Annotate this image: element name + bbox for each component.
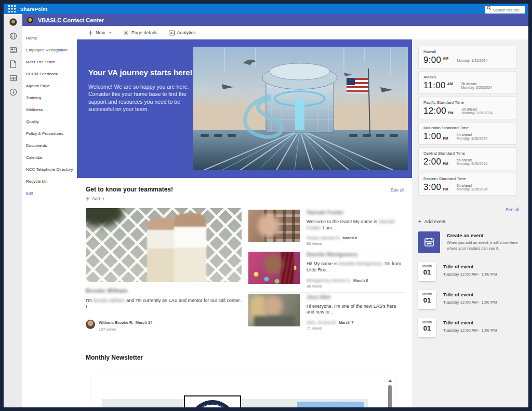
clock-meridiem: PM [448,111,454,115]
news-item-byline: Aller, Jessica M. March 7 [307,320,404,325]
events-see-all-link[interactable]: See all [419,207,519,212]
clock-date: Monday, 3/25/2024 [457,162,487,166]
page-canvas: Your VA journey starts here! Welcome! We… [77,39,412,407]
nav-item-rccm-feedback[interactable]: RCCM Feedback [26,68,77,80]
clock-time: 9:00 [423,55,441,65]
page-details-label: Page details [131,30,157,35]
news-item[interactable]: Hannah Fowler Welcome to the team! My na… [248,208,404,250]
event-month: Month [418,292,436,296]
clock-card: Hawaii 9:00AM Monday, 3/25/2024 [418,46,517,68]
doc-sky-photo [297,402,364,407]
command-bar: New ▼ Page details Analytics [77,26,528,39]
event-item[interactable]: Month 01 Title of event Tuesday 12:00 AM… [418,318,520,337]
teammates-see-all-link[interactable]: See all [391,187,404,193]
featured-news-card[interactable]: Brooke Witham I'm Brooke Witham and I'm … [86,208,242,334]
news-item-title[interactable]: Jess Aller [307,294,404,300]
left-nav: Home Employee Recognition Meet The Team … [22,26,77,407]
nav-item-documents[interactable]: Documents [26,140,77,152]
clock-meridiem: PM [443,187,448,191]
nav-item-wellness[interactable]: Wellness [26,104,77,116]
new-button[interactable]: New ▼ [88,30,112,35]
nav-edit-link[interactable]: Edit [26,187,77,199]
nav-item-meet-the-team[interactable]: Meet The Team [26,56,77,68]
event-title[interactable]: Title of event [443,320,497,325]
event-time: Tuesday 12:00 AM - 1:00 PM [443,272,497,277]
event-time: Tuesday 12:00 AM - 1:00 PM [443,300,497,305]
event-title[interactable]: Title of event [443,264,497,269]
news-item-snippet: Hi! My name is Davette Montgomery. I'm f… [307,261,404,273]
site-seal-logo[interactable] [26,17,34,24]
plus-icon [88,31,93,35]
app-rail [4,14,22,407]
event-title[interactable]: Title of event [443,292,497,297]
event-day: 01 [418,268,436,276]
nav-item-agents-page[interactable]: Agents Page [26,80,77,92]
clock-meridiem: AM [443,57,448,60]
analytics-label: Analytics [177,30,196,35]
author-avatar [86,320,95,329]
sharepoint-wordmark[interactable]: SharePoint [20,6,47,12]
featured-byline: Witham, Brooke R. March 14 [99,320,152,325]
world-clock-webpart: Hawaii 9:00AM Monday, 3/25/2024 Alaska [418,46,520,196]
create-event-placeholder[interactable]: Create an event When you add an event, i… [418,231,520,253]
event-date-tile: Month 01 [418,290,436,309]
clock-label: Central Standard Time [423,151,512,156]
event-date-tile: Month 01 [418,318,436,337]
clock-date: Monday, 3/25/2024 [457,59,487,62]
teammates-add-button[interactable]: Add ▼ [86,196,105,201]
scrollbar-thumb[interactable] [388,385,392,407]
news-item-byline: Fowler, Hannah N. March 8 [307,236,404,240]
suite-bar: SharePoint [4,4,528,14]
clock-time: 2:00 [423,157,441,167]
document-library-icon[interactable] [9,74,17,82]
nav-item-employee-recognition[interactable]: Employee Recognition [26,44,77,56]
event-item[interactable]: Month 01 Title of event Tuesday 12:00 AM… [418,262,520,281]
app-launcher-icon[interactable] [8,5,16,12]
site-title[interactable]: VBASLC Contact Center [38,17,104,23]
news-item-view-count: 71 views [307,326,404,331]
add-event-button[interactable]: + Add event [418,218,520,224]
nav-item-ncc-telephone-directory[interactable]: NCC Telephone Directory [26,163,77,175]
create-event-description: When you add an event, it will show here… [447,240,525,251]
news-item-view-count: 80 views [307,241,404,246]
event-item[interactable]: Month 01 Title of event Tuesday 12:00 AM… [418,290,520,309]
analytics-button[interactable]: Analytics [169,30,196,36]
chevron-down-icon: ▼ [102,197,105,200]
nav-item-policy-procedures[interactable]: Policy & Procedures [26,128,77,140]
create-plus-icon[interactable] [9,88,17,96]
global-nav-globe-icon[interactable] [9,32,17,40]
featured-news-title[interactable]: Brooke Witham [86,287,242,294]
page-details-button[interactable]: Page details [123,30,157,36]
clock-date: Monday, 3/25/2024 [457,187,487,191]
nav-item-calendar[interactable]: Calendar [26,152,77,163]
newsletter-heading: Monthly Newsletter [86,354,143,361]
hero-body-text: Welcome! We are so happy you are here. C… [88,83,197,113]
newsletter-document: Veterans Benefits Administration Februar… [102,399,368,407]
nav-item-training[interactable]: Training [26,92,77,104]
news-item-title[interactable]: Davette Montgomery [307,252,404,257]
news-item[interactable]: Jess Aller Hi everyone, I'm one of the n… [248,293,404,334]
nav-item-home[interactable]: Home [26,32,77,44]
clock-ahead: 2h ahead [461,82,492,86]
clock-ahead: 5h ahead [457,158,487,162]
news-item-snippet: Welcome to the team! My name is Hannah F… [307,219,404,231]
site-logo-icon[interactable] [9,18,17,26]
hero-title: Your VA journey starts here! [88,68,197,77]
plus-icon: + [418,218,421,224]
news-item[interactable]: Davette Montgomery Hi! My name is Davett… [248,250,404,292]
newsletter-embed[interactable]: Veterans Benefits Administration Februar… [90,375,395,407]
embed-scrollbar[interactable] [388,379,392,407]
clock-meridiem: PM [443,136,448,140]
news-item-title[interactable]: Hannah Fowler [307,210,404,215]
news-icon[interactable] [9,46,17,54]
news-item-photo [248,210,300,242]
scroll-up-arrow[interactable] [388,379,392,382]
featured-view-count: 107 views [99,327,152,332]
nav-item-quality[interactable]: Quality [26,116,77,128]
pages-icon[interactable] [9,60,17,68]
clock-meridiem: AM [447,82,453,86]
nav-item-recycle-bin[interactable]: Recycle bin [26,175,77,187]
create-event-title: Create an event [447,232,525,238]
clock-ahead: 3h ahead [462,107,493,111]
clock-meridiem: PM [443,162,448,166]
